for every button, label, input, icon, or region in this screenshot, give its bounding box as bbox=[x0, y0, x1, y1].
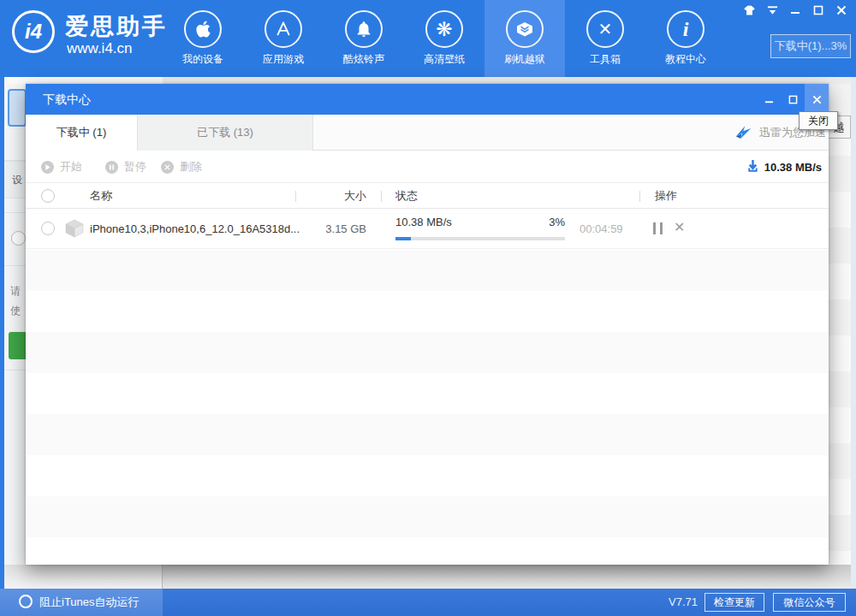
nav-item-flash-jailbreak[interactable]: 刷机越狱 bbox=[484, 0, 565, 77]
block-itunes-label: 阻止iTunes自动运行 bbox=[39, 589, 140, 616]
block-itunes-checkbox[interactable] bbox=[19, 595, 33, 608]
column-header-status: 状态 bbox=[395, 183, 418, 209]
tutorial-info-icon: i bbox=[667, 10, 704, 48]
apple-icon bbox=[184, 10, 222, 48]
delete-button[interactable]: 删除 bbox=[161, 151, 202, 183]
wallpaper-flower-icon: ❋ bbox=[425, 10, 463, 48]
dialog-toolbar: 开始 暂停 删除 10.38 MB/s bbox=[26, 151, 829, 183]
close-tooltip: 关闭 bbox=[799, 111, 838, 130]
select-all-checkbox[interactable] bbox=[41, 189, 55, 203]
status-bar: 阻止iTunes自动运行 V7.71 检查更新 微信公众号 bbox=[0, 589, 856, 616]
check-update-button[interactable]: 检查更新 bbox=[704, 593, 764, 612]
dialog-maximize-icon[interactable] bbox=[781, 84, 805, 115]
close-icon[interactable] bbox=[834, 3, 849, 17]
window-right-border bbox=[851, 77, 856, 589]
ringtone-bell-icon bbox=[345, 10, 383, 48]
minimize-icon[interactable] bbox=[788, 3, 803, 17]
start-button[interactable]: 开始 bbox=[41, 151, 82, 183]
tab-downloaded[interactable]: 已下载 (13) bbox=[137, 115, 313, 151]
window-left-border bbox=[0, 77, 4, 589]
background-strip-bottom-left bbox=[0, 565, 163, 589]
row-cancel-icon[interactable]: ✕ bbox=[674, 219, 685, 235]
app-logo: i4 bbox=[12, 10, 55, 53]
nav-item-toolbox[interactable]: ✕ 工具箱 bbox=[565, 0, 645, 77]
progress-bar bbox=[395, 237, 565, 240]
nav-item-wallpapers[interactable]: ❋ 高清壁纸 bbox=[404, 0, 484, 77]
time-remaining: 00:04:59 bbox=[580, 216, 623, 242]
row-pause-icon[interactable] bbox=[653, 222, 663, 234]
download-arrow-icon bbox=[746, 160, 759, 174]
toolbox-icon: ✕ bbox=[586, 10, 624, 48]
table-header: 名称 大小 状态 操作 bbox=[26, 183, 829, 209]
device-phone-icon bbox=[8, 89, 27, 127]
logo-text: i4 bbox=[25, 20, 42, 44]
nav-label: 酷炫铃声 bbox=[343, 52, 384, 67]
nav-label: 高清壁纸 bbox=[424, 52, 465, 67]
app-title: 爱思助手 bbox=[65, 11, 168, 42]
background-hint-text: 使 bbox=[10, 304, 21, 318]
start-icon bbox=[41, 161, 54, 174]
nav-label: 工具箱 bbox=[590, 52, 621, 67]
nav-item-tutorials[interactable]: i 教程中心 bbox=[645, 0, 726, 77]
column-header-action: 操作 bbox=[655, 183, 677, 209]
firmware-package-icon bbox=[64, 218, 85, 239]
nav-item-apps-games[interactable]: 应用游戏 bbox=[243, 0, 324, 77]
background-strip-top-left bbox=[4, 77, 163, 84]
row-speed: 10.38 MB/s bbox=[395, 216, 452, 228]
empty-list-area bbox=[26, 250, 829, 565]
column-header-name: 名称 bbox=[90, 183, 112, 209]
main-menu-icon[interactable] bbox=[764, 3, 780, 17]
background-left-sidebar: 设 请 使 bbox=[4, 84, 26, 565]
background-radio[interactable] bbox=[11, 231, 26, 246]
column-header-size: 大小 bbox=[308, 183, 366, 209]
nav-label: 刷机越狱 bbox=[504, 52, 545, 67]
delete-icon bbox=[161, 161, 174, 174]
nav-label: 教程中心 bbox=[665, 52, 706, 67]
total-speed-value: 10.38 MB/s bbox=[764, 161, 822, 174]
appstore-icon bbox=[265, 10, 302, 48]
dialog-close-icon[interactable] bbox=[805, 84, 829, 115]
progress-bar-fill bbox=[395, 237, 411, 240]
wechat-account-button[interactable]: 微信公众号 bbox=[773, 593, 846, 612]
window-controls bbox=[741, 3, 849, 17]
background-hint-text: 请 bbox=[10, 284, 21, 299]
background-green-button[interactable] bbox=[9, 332, 26, 359]
row-checkbox[interactable] bbox=[41, 222, 55, 235]
nav-label: 应用游戏 bbox=[263, 52, 304, 67]
sidebar-section-label: 设 bbox=[12, 173, 22, 187]
download-progress-button[interactable]: 下载中(1)...3% bbox=[770, 34, 851, 58]
version-label: V7.71 bbox=[659, 589, 698, 616]
download-center-dialog: 下载中心 下载中 (1) 已下载 (13) 迅雷为您加速 bbox=[26, 84, 829, 565]
app-url: www.i4.cn bbox=[67, 40, 133, 57]
dialog-minimize-icon[interactable] bbox=[757, 84, 781, 115]
firmware-name: iPhone10,3,iPhone10,6_12.0_16A5318d... bbox=[90, 209, 300, 249]
firmware-size: 3.15 GB bbox=[308, 209, 366, 249]
flash-jailbreak-box-icon bbox=[506, 10, 544, 48]
total-speed-indicator: 10.38 MB/s bbox=[746, 151, 822, 183]
background-right-area bbox=[829, 84, 851, 565]
dialog-titlebar: 下载中心 bbox=[26, 84, 829, 115]
nav-label: 我的设备 bbox=[182, 52, 223, 67]
dialog-window-controls bbox=[757, 84, 829, 115]
nav-item-ringtones[interactable]: 酷炫铃声 bbox=[324, 0, 404, 77]
xunlei-bird-icon bbox=[734, 123, 753, 142]
pause-icon bbox=[105, 161, 118, 174]
maximize-icon[interactable] bbox=[811, 3, 826, 17]
main-nav: 我的设备 应用游戏 酷炫铃声 ❋ 高清壁纸 刷机越狱 ✕ 工具箱 bbox=[163, 0, 726, 77]
pause-button[interactable]: 暂停 bbox=[105, 151, 146, 183]
download-table-row: iPhone10,3,iPhone10,6_12.0_16A5318d... 3… bbox=[26, 209, 829, 249]
tab-downloading[interactable]: 下载中 (1) bbox=[26, 115, 137, 151]
dialog-title: 下载中心 bbox=[43, 84, 91, 115]
nav-item-my-devices[interactable]: 我的设备 bbox=[163, 0, 243, 77]
dialog-tab-bar: 下载中 (1) 已下载 (13) 迅雷为您加速 bbox=[26, 115, 829, 151]
skin-theme-icon[interactable] bbox=[741, 3, 757, 17]
row-percent: 3% bbox=[505, 216, 565, 228]
app-header: i4 爱思助手 www.i4.cn 我的设备 应用游戏 酷炫铃声 ❋ 高清壁纸 bbox=[0, 0, 856, 77]
